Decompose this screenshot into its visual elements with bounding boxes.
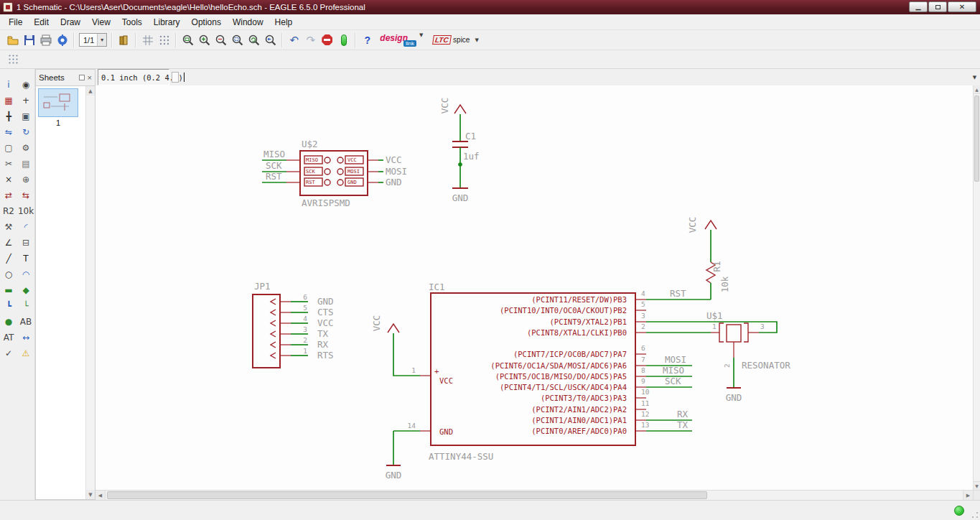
tool-smash[interactable]: ⚒ [0,220,17,234]
tool-miter[interactable]: ◜ [17,220,34,234]
titlebar[interactable]: 1 Schematic - C:\Users\Aser\Documents\ea… [0,0,980,14]
tool-copy[interactable]: ▣ [17,109,34,124]
tool-split[interactable]: ∠ [0,236,17,250]
command-history-dropdown[interactable]: ▼ [969,69,980,85]
scroll-down-icon[interactable]: ▼ [974,481,980,490]
zoom-select-button[interactable] [229,32,246,48]
horizontal-scrollbar[interactable]: ◀ ▶ [95,490,973,500]
tool-invoke[interactable]: ⊟ [17,236,34,250]
vertical-scrollbar[interactable]: ▲ ▼ [973,85,980,500]
ltcspice-button[interactable]: LTC spice ▼ [433,35,478,45]
hscroll-thumb[interactable] [107,491,707,499]
schematic-canvas[interactable]: U$2 MISO SCK RST MISO [95,85,973,490]
maximize-button[interactable] [928,1,947,12]
tool-group[interactable]: ▢ [0,141,17,155]
ic1-component[interactable]: IC1 ATTINY44-SSU 1 + VCC 14 GND [408,282,650,462]
u2-device: AVRISPSMD [302,198,350,208]
tool-polygon[interactable]: ◆ [17,283,34,297]
tool-info[interactable]: i [0,78,17,92]
tool-label[interactable]: AB [17,315,34,329]
tool-cut[interactable]: ✂ [0,157,17,171]
tool-erc[interactable]: ✓ [0,346,17,361]
go-button[interactable] [335,32,352,48]
menu-item[interactable]: File [3,15,28,29]
tool-gateswap[interactable]: ⇆ [17,188,34,203]
zoom-redraw-button[interactable] [246,32,262,48]
grid-dots-button[interactable] [156,32,172,48]
library-button[interactable] [116,32,132,48]
help-button[interactable]: ? [359,32,375,48]
zoom-out-button[interactable] [213,32,229,48]
sheet-thumbnail[interactable] [38,88,78,117]
c1-component[interactable]: VCC C1 1uf GND [439,98,480,203]
open-button[interactable] [4,32,21,48]
zoom-in-button[interactable] [196,32,213,48]
tool-attribute[interactable]: AT [0,330,17,345]
resonator-component[interactable]: U$1 GND 1 3 [706,310,790,403]
designlink-button[interactable]: design link ▼ [380,32,423,48]
jp1-component[interactable]: JP1 [253,281,334,368]
zoom-last-icon [264,34,277,47]
tool-pinswap[interactable]: ⇄ [0,188,17,203]
close-panel-icon[interactable]: × [88,74,92,82]
tool-circle[interactable]: ○ [0,267,17,282]
tool-mirror[interactable]: ⇋ [0,125,17,139]
undo-button[interactable]: ↶ [286,32,302,48]
zoom-last-button[interactable] [262,32,279,48]
tool-value[interactable]: 10k [17,204,34,218]
tool-name[interactable]: R2 [0,204,17,218]
tool-rotate[interactable]: ↻ [17,125,34,139]
minimize-button[interactable]: ▁ [909,1,928,12]
tool-rect[interactable]: ▬ [0,283,17,297]
menu-item[interactable]: Draw [55,15,86,29]
menu-item[interactable]: Help [269,15,299,29]
stop-button[interactable] [319,32,335,48]
hscroll-track[interactable] [106,491,963,500]
avrisp-component[interactable]: U$2 MISO SCK RST MISO [262,139,407,208]
menu-item[interactable]: Options [186,15,227,29]
tool-move[interactable]: ╋ [0,109,17,124]
sheets-scrollbar[interactable]: ▲ ▼ [85,86,95,499]
tool-display[interactable]: ▦ [0,93,17,108]
tool-dimension[interactable]: ↔ [17,330,34,345]
tool-wire[interactable]: ╱ [0,251,17,266]
menu-item[interactable]: Library [148,15,186,29]
r1-component[interactable]: VCC R1 10k [687,217,730,300]
close-button[interactable]: ✕ [948,1,976,12]
scroll-right-icon[interactable]: ▶ [963,491,973,501]
tool-mark[interactable]: + [17,93,34,108]
float-panel-icon[interactable] [79,75,85,80]
command-input[interactable] [181,69,969,85]
scroll-down-icon[interactable]: ▼ [86,490,95,499]
grid-params-button[interactable] [5,51,22,68]
menu-item[interactable]: View [86,15,116,29]
menu-item[interactable]: Edit [28,15,55,29]
tool-erc-errors[interactable]: ⚠ [17,346,34,361]
menu-item[interactable]: Window [227,15,269,29]
cam-button[interactable] [54,32,70,48]
scroll-up-icon[interactable]: ▲ [974,85,980,94]
tool-net[interactable]: └ [17,299,34,313]
tool-add[interactable]: ⊕ [17,172,34,187]
zoom-fit-button[interactable] [179,32,196,48]
sheets-tab[interactable]: Sheets × [35,69,95,85]
scroll-up-icon[interactable]: ▲ [86,86,95,96]
tool-show[interactable]: ◉ [17,78,34,92]
tool-paste[interactable]: ▤ [17,157,34,171]
resize-grip[interactable] [971,511,979,519]
menu-item[interactable]: Tools [116,15,148,29]
scroll-left-icon[interactable]: ◀ [95,491,106,501]
tool-arc[interactable]: ◠ [17,267,34,282]
vscroll-thumb[interactable] [974,96,979,182]
tool-junction[interactable]: ● [0,315,17,329]
grid-button[interactable] [139,32,156,48]
save-button[interactable] [21,32,37,48]
tool-bus[interactable]: ┗ [0,299,17,313]
print-button[interactable] [37,32,54,48]
tool-change[interactable]: ⚙ [17,141,34,155]
tool-text[interactable]: T [17,251,34,266]
tool-delete[interactable]: × [0,172,17,187]
sheet-selector[interactable]: 1/1 ▼ [79,33,107,47]
redo-button[interactable]: ↷ [302,32,319,48]
vscroll-track[interactable] [974,94,980,481]
